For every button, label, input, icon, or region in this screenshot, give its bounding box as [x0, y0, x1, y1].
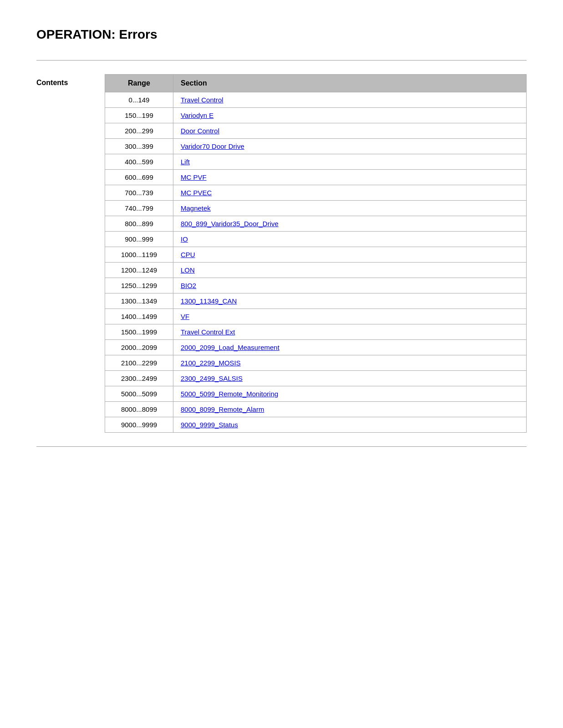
- range-cell: 400...599: [105, 154, 173, 170]
- range-cell: 8000...8099: [105, 402, 173, 417]
- section-link[interactable]: Magnetek: [181, 204, 211, 212]
- section-link[interactable]: 2300_2499_SALSIS: [181, 374, 243, 382]
- range-cell: 2100...2299: [105, 355, 173, 371]
- range-cell: 200...299: [105, 123, 173, 139]
- section-link[interactable]: Varidor70 Door Drive: [181, 142, 244, 150]
- table-row: 740...799Magnetek: [105, 201, 527, 216]
- table-row: 900...999IO: [105, 232, 527, 247]
- section-link[interactable]: Variodyn E: [181, 111, 213, 119]
- section-cell: IO: [173, 232, 527, 247]
- range-cell: 2300...2499: [105, 371, 173, 386]
- table-row: 1400...1499VF: [105, 309, 527, 324]
- table-row: 150...199Variodyn E: [105, 108, 527, 123]
- section-link[interactable]: LON: [181, 266, 195, 274]
- range-cell: 1000...1199: [105, 247, 173, 263]
- section-link[interactable]: IO: [181, 235, 188, 243]
- section-cell: CPU: [173, 247, 527, 263]
- section-cell: BIO2: [173, 278, 527, 293]
- range-cell: 1400...1499: [105, 309, 173, 324]
- section-cell: 2300_2499_SALSIS: [173, 371, 527, 386]
- section-cell: Travel Control Ext: [173, 324, 527, 340]
- section-link[interactable]: 8000_8099_Remote_Alarm: [181, 405, 264, 413]
- range-cell: 0...149: [105, 92, 173, 108]
- section-link[interactable]: 2100_2299_MOSIS: [181, 359, 241, 367]
- table-row: 1200...1249LON: [105, 263, 527, 278]
- section-cell: LON: [173, 263, 527, 278]
- table-row: 8000...80998000_8099_Remote_Alarm: [105, 402, 527, 417]
- range-cell: 600...699: [105, 170, 173, 185]
- range-cell: 800...899: [105, 216, 173, 232]
- section-cell: 2100_2299_MOSIS: [173, 355, 527, 371]
- section-link[interactable]: Travel Control Ext: [181, 328, 235, 336]
- header-range: Range: [105, 75, 173, 92]
- errors-table: Range Section 0...149Travel Control150..…: [105, 74, 527, 433]
- range-cell: 5000...5099: [105, 386, 173, 402]
- table-row: 1300...13491300_11349_CAN: [105, 293, 527, 309]
- table-row: 9000...99999000_9999_Status: [105, 417, 527, 433]
- section-cell: 800_899_Varidor35_Door_Drive: [173, 216, 527, 232]
- range-cell: 1250...1299: [105, 278, 173, 293]
- table-row: 1500...1999Travel Control Ext: [105, 324, 527, 340]
- table-row: 400...599Lift: [105, 154, 527, 170]
- table-row: 1000...1199CPU: [105, 247, 527, 263]
- section-cell: Magnetek: [173, 201, 527, 216]
- section-link[interactable]: MC PVEC: [181, 189, 212, 197]
- section-cell: VF: [173, 309, 527, 324]
- section-link[interactable]: 800_899_Varidor35_Door_Drive: [181, 220, 279, 228]
- section-link[interactable]: 9000_9999_Status: [181, 421, 238, 429]
- page-title: OPERATION: Errors: [36, 27, 527, 42]
- section-link[interactable]: Travel Control: [181, 96, 223, 104]
- section-link[interactable]: 1300_11349_CAN: [181, 297, 237, 305]
- range-cell: 1300...1349: [105, 293, 173, 309]
- table-row: 2100...22992100_2299_MOSIS: [105, 355, 527, 371]
- section-cell: 5000_5099_Remote_Monitoring: [173, 386, 527, 402]
- section-cell: 1300_11349_CAN: [173, 293, 527, 309]
- bottom-divider: [36, 446, 527, 447]
- section-cell: MC PVF: [173, 170, 527, 185]
- section-link[interactable]: 5000_5099_Remote_Monitoring: [181, 390, 278, 398]
- section-cell: Varidor70 Door Drive: [173, 139, 527, 154]
- table-row: 600...699MC PVF: [105, 170, 527, 185]
- section-cell: Lift: [173, 154, 527, 170]
- range-cell: 2000...2099: [105, 340, 173, 355]
- top-divider: [36, 60, 527, 61]
- section-cell: 8000_8099_Remote_Alarm: [173, 402, 527, 417]
- range-cell: 1500...1999: [105, 324, 173, 340]
- range-cell: 700...739: [105, 185, 173, 201]
- section-link[interactable]: 2000_2099_Load_Measurement: [181, 344, 279, 351]
- table-header-row: Range Section: [105, 75, 527, 92]
- section-cell: 9000_9999_Status: [173, 417, 527, 433]
- table-row: 300...399Varidor70 Door Drive: [105, 139, 527, 154]
- range-cell: 900...999: [105, 232, 173, 247]
- range-cell: 740...799: [105, 201, 173, 216]
- content-layout: Contents Range Section 0...149Travel Con…: [36, 74, 527, 433]
- section-cell: MC PVEC: [173, 185, 527, 201]
- section-cell: Door Control: [173, 123, 527, 139]
- table-row: 800...899800_899_Varidor35_Door_Drive: [105, 216, 527, 232]
- table-row: 2000...20992000_2099_Load_Measurement: [105, 340, 527, 355]
- page-container: OPERATION: Errors Contents Range Section…: [0, 0, 563, 474]
- section-link[interactable]: Door Control: [181, 127, 219, 135]
- section-link[interactable]: MC PVF: [181, 173, 207, 181]
- contents-label: Contents: [36, 74, 86, 87]
- range-cell: 300...399: [105, 139, 173, 154]
- section-cell: Variodyn E: [173, 108, 527, 123]
- section-link[interactable]: CPU: [181, 251, 195, 258]
- header-section: Section: [173, 75, 527, 92]
- table-row: 5000...50995000_5099_Remote_Monitoring: [105, 386, 527, 402]
- section-link[interactable]: VF: [181, 313, 189, 320]
- range-cell: 1200...1249: [105, 263, 173, 278]
- table-row: 200...299Door Control: [105, 123, 527, 139]
- section-cell: 2000_2099_Load_Measurement: [173, 340, 527, 355]
- table-row: 2300...24992300_2499_SALSIS: [105, 371, 527, 386]
- section-link[interactable]: BIO2: [181, 282, 196, 289]
- table-row: 1250...1299BIO2: [105, 278, 527, 293]
- table-row: 0...149Travel Control: [105, 92, 527, 108]
- section-link[interactable]: Lift: [181, 158, 190, 166]
- table-row: 700...739MC PVEC: [105, 185, 527, 201]
- range-cell: 9000...9999: [105, 417, 173, 433]
- section-cell: Travel Control: [173, 92, 527, 108]
- table-wrapper: Range Section 0...149Travel Control150..…: [105, 74, 527, 433]
- range-cell: 150...199: [105, 108, 173, 123]
